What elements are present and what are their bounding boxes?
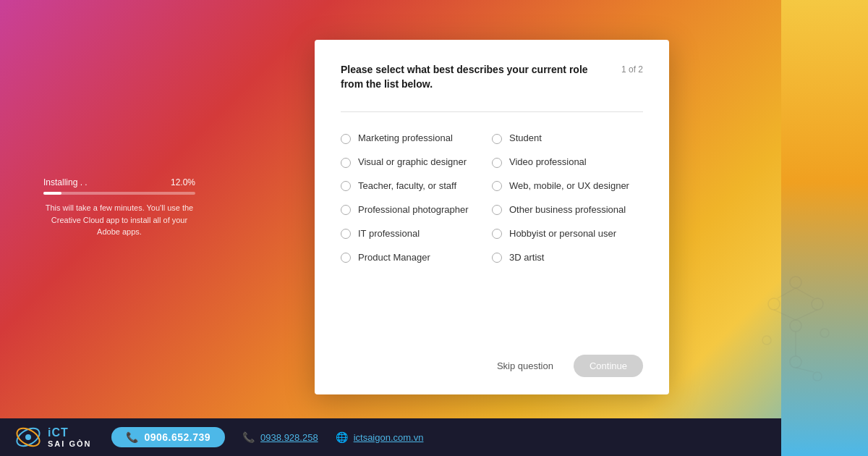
svg-line-11	[774, 310, 796, 320]
radio-product[interactable]	[341, 253, 351, 263]
installer-status-label: Installing . .	[43, 177, 88, 187]
option-hobbyist[interactable]: Hobbyist or personal user	[492, 222, 643, 246]
radio-student[interactable]	[492, 134, 502, 144]
label-it: IT professional	[358, 228, 420, 240]
radio-visual[interactable]	[341, 158, 351, 168]
radio-web[interactable]	[492, 181, 502, 191]
option-web[interactable]: Web, mobile, or UX designer	[492, 174, 643, 198]
radio-it[interactable]	[341, 229, 351, 239]
installer-percent: 12.0%	[171, 177, 195, 187]
radio-teacher[interactable]	[341, 181, 351, 191]
option-teacher[interactable]: Teacher, faculty, or staff	[341, 174, 492, 198]
options-right-column: Student Video professional Web, mobile, …	[492, 127, 643, 343]
radio-video[interactable]	[492, 158, 502, 168]
progress-bar-background	[43, 192, 195, 195]
svg-point-6	[790, 356, 801, 368]
globe-icon: 🌐	[336, 431, 348, 443]
label-hobbyist: Hobbyist or personal user	[509, 228, 616, 240]
radio-artist[interactable]	[492, 253, 502, 263]
phone2-number: 0938.928.258	[260, 432, 318, 443]
role-selection-dialog: Please select what best describes your c…	[315, 40, 669, 394]
phone2-icon: 📞	[242, 431, 255, 443]
svg-point-4	[820, 329, 829, 337]
logo-ict-text: iCT	[48, 426, 91, 439]
divider	[341, 111, 643, 112]
website-link[interactable]: 🌐 ictsaigon.com.vn	[336, 431, 424, 443]
option-student[interactable]: Student	[492, 127, 643, 151]
phone1-number: 0906.652.739	[144, 431, 210, 443]
label-teacher: Teacher, faculty, or staff	[358, 180, 456, 193]
option-it[interactable]: IT professional	[341, 222, 492, 246]
radio-hobbyist[interactable]	[492, 229, 502, 239]
phone1-button[interactable]: 📞 0906.652.739	[111, 427, 225, 447]
option-photographer[interactable]: Professional photographer	[341, 198, 492, 222]
radio-marketing[interactable]	[341, 134, 351, 144]
svg-point-0	[790, 276, 801, 288]
svg-point-3	[790, 320, 801, 332]
svg-point-7	[813, 372, 822, 381]
dialog-footer: Skip question Continue	[341, 343, 643, 377]
svg-line-13	[796, 368, 814, 372]
option-artist[interactable]: 3D artist	[492, 246, 643, 270]
bottom-bar: iCT SAI GÒN 📞 0906.652.739 📞 0938.928.25…	[0, 418, 781, 456]
option-marketing[interactable]: Marketing professional	[341, 127, 492, 151]
label-photographer: Professional photographer	[358, 204, 469, 216]
svg-point-2	[768, 298, 780, 310]
installer-status-row: Installing . . 12.0%	[43, 177, 195, 187]
logo-saigon-text: SAI GÒN	[48, 439, 91, 448]
label-visual: Visual or graphic designer	[358, 156, 467, 169]
dialog-header: Please select what best describes your c…	[341, 63, 643, 91]
options-grid: Marketing professional Visual or graphic…	[341, 127, 643, 343]
logo-area: iCT SAI GÒN	[14, 423, 91, 451]
dialog-step: 1 of 2	[621, 64, 643, 75]
phone1-icon: 📞	[126, 431, 138, 443]
label-artist: 3D artist	[509, 252, 544, 264]
ict-logo-icon	[14, 423, 42, 451]
svg-line-8	[796, 288, 814, 298]
label-web: Web, mobile, or UX designer	[509, 180, 629, 193]
radio-business[interactable]	[492, 205, 502, 215]
option-business[interactable]: Other business professional	[492, 198, 643, 222]
options-left-column: Marketing professional Visual or graphic…	[341, 127, 492, 343]
label-student: Student	[509, 132, 542, 145]
dialog-title: Please select what best describes your c…	[341, 63, 613, 91]
svg-point-5	[762, 336, 771, 345]
website-text: ictsaigon.com.vn	[354, 432, 424, 443]
option-visual[interactable]: Visual or graphic designer	[341, 151, 492, 174]
progress-bar-fill	[43, 192, 61, 195]
svg-point-16	[25, 434, 31, 440]
svg-line-10	[796, 310, 817, 320]
skip-question-button[interactable]: Skip question	[488, 355, 562, 377]
installer-panel: Installing . . 12.0% This will take a fe…	[43, 177, 195, 238]
label-business: Other business professional	[509, 204, 626, 216]
label-product: Product Manager	[358, 252, 430, 264]
svg-line-9	[778, 288, 796, 298]
option-video[interactable]: Video professional	[492, 151, 643, 174]
radio-photographer[interactable]	[341, 205, 351, 215]
installer-description: This will take a few minutes. You'll use…	[43, 202, 195, 238]
svg-point-1	[812, 298, 823, 310]
option-product[interactable]: Product Manager	[341, 246, 492, 270]
decorative-molecules	[738, 253, 854, 398]
label-video: Video professional	[509, 156, 587, 169]
phone2-link[interactable]: 📞 0938.928.258	[242, 431, 318, 443]
label-marketing: Marketing professional	[358, 132, 453, 145]
logo-text: iCT SAI GÒN	[48, 426, 91, 448]
continue-button[interactable]: Continue	[574, 355, 643, 377]
